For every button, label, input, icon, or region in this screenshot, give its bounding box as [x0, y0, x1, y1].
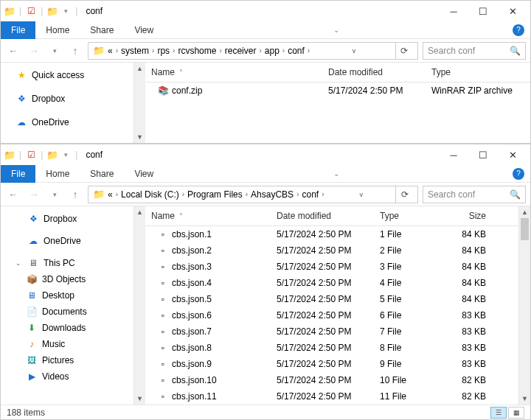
view-tab[interactable]: View [124, 22, 164, 38]
search-icon[interactable]: 🔍 [510, 46, 521, 56]
recent-dropdown[interactable]: ▾ [46, 43, 63, 59]
sidebar-item[interactable]: 🖥Desktop [1, 287, 133, 304]
sidebar-item[interactable]: 📦3D Objects [1, 271, 133, 287]
breadcrumb-seg[interactable]: app [265, 46, 280, 56]
file-row[interactable]: ▫cbs.json.2 5/17/2024 2:50 PM 2 File 84 … [145, 242, 518, 259]
search-box[interactable]: Search conf 🔍 [423, 186, 526, 203]
breadcrumb-seg[interactable]: conf [288, 46, 305, 56]
sidebar-item[interactable]: 🖼Pictures [1, 352, 133, 368]
properties-icon[interactable]: ☑ [25, 149, 37, 161]
file-row[interactable]: ▫cbs.json.7 5/17/2024 2:50 PM 7 File 83 … [145, 323, 518, 340]
scroll-up-icon[interactable]: ▲ [519, 206, 530, 218]
file-row[interactable]: ▫cbs.json.4 5/17/2024 2:50 PM 4 File 84 … [145, 275, 518, 291]
chevron-down-icon[interactable]: ⌄ [15, 259, 23, 267]
up-button[interactable]: ↑ [67, 43, 83, 59]
sidebar-quick-access[interactable]: ★Quick access [1, 67, 133, 83]
scroll-up-icon[interactable]: ▲ [134, 206, 145, 218]
refresh-button[interactable]: ⟳ [395, 186, 413, 203]
scroll-down-icon[interactable]: ▼ [519, 393, 530, 405]
sidebar-item[interactable]: ☁OneDrive [1, 233, 133, 249]
sidebar-scrollbar[interactable]: ▲ ▼ [133, 63, 145, 143]
sidebar-item[interactable]: ⌄🖥This PC [1, 255, 133, 271]
file-row[interactable]: 📚conf.zip 5/17/2024 2:50 PM WinRAR ZIP a… [145, 83, 530, 99]
sidebar-item[interactable]: ⬇Downloads [1, 320, 133, 336]
column-date[interactable]: Date modified [322, 67, 426, 77]
close-button[interactable]: ✕ [498, 144, 527, 165]
scroll-down-icon[interactable]: ▼ [134, 131, 145, 143]
help-button[interactable]: ? [513, 24, 524, 36]
view-tab[interactable]: View [124, 166, 164, 182]
search-icon[interactable]: 🔍 [510, 189, 521, 200]
forward-button[interactable]: → [26, 186, 42, 203]
column-type[interactable]: Type [374, 211, 433, 221]
file-row[interactable]: ▫cbs.json.11 5/17/2024 2:50 PM 11 File 8… [145, 388, 518, 405]
close-button[interactable]: ✕ [498, 1, 527, 21]
file-row[interactable]: ▫cbs.json.8 5/17/2024 2:50 PM 8 File 83 … [145, 340, 518, 356]
file-row[interactable]: ▫cbs.json.5 5/17/2024 2:50 PM 5 File 84 … [145, 291, 518, 307]
ribbon-expand-icon[interactable]: ⌄ [333, 169, 339, 178]
share-tab[interactable]: Share [80, 166, 124, 182]
search-box[interactable]: Search conf 🔍 [423, 42, 526, 60]
folder-icon[interactable]: 📁 [4, 149, 15, 161]
back-button[interactable]: ← [5, 43, 21, 59]
sidebar-item[interactable]: ❖Dropbox [1, 211, 133, 227]
titlebar[interactable]: 📁 | ☑ | 📁 ▾ | conf ─ ☐ ✕ [1, 144, 530, 165]
qat-dropdown-icon[interactable]: ▾ [60, 149, 72, 161]
share-tab[interactable]: Share [80, 22, 124, 38]
breadcrumb-overflow[interactable]: « [108, 189, 113, 200]
refresh-button[interactable]: ⟳ [395, 43, 413, 59]
file-tab[interactable]: File [1, 21, 35, 39]
up-button[interactable]: ↑ [67, 186, 83, 203]
details-view-button[interactable]: ☰ [490, 407, 507, 419]
address-dropdown-icon[interactable]: v [360, 191, 364, 198]
breadcrumb-seg[interactable]: rcvshome [178, 46, 216, 56]
breadcrumb-seg[interactable]: rps [157, 46, 170, 56]
file-row[interactable]: ▫cbs.json.9 5/17/2024 2:50 PM 9 File 83 … [145, 356, 518, 372]
sidebar-item[interactable]: 📄Documents [1, 304, 133, 320]
forward-button[interactable]: → [26, 43, 42, 59]
folder-icon[interactable]: 📁 [4, 5, 15, 17]
properties-icon[interactable]: ☑ [25, 5, 37, 17]
breadcrumb-overflow[interactable]: « [108, 46, 113, 56]
maximize-button[interactable]: ☐ [468, 1, 498, 21]
breadcrumb-seg[interactable]: receiver [225, 46, 257, 56]
icons-view-button[interactable]: ▦ [508, 407, 524, 419]
titlebar[interactable]: 📁 | ☑ | 📁 ▾ | conf ─ ☐ ✕ [1, 1, 530, 21]
sidebar-scrollbar[interactable]: ▲ ▼ [133, 206, 145, 405]
file-row[interactable]: ▫cbs.json.10 5/17/2024 2:50 PM 10 File 8… [145, 372, 518, 388]
address-bar[interactable]: 📁 « ›system ›rps ›rcvshome ›receiver ›ap… [88, 42, 418, 60]
sidebar-item[interactable]: ▶Videos [1, 368, 133, 385]
recent-dropdown[interactable]: ▾ [46, 186, 63, 203]
file-row[interactable]: ▫cbs.json.6 5/17/2024 2:50 PM 6 File 83 … [145, 307, 518, 323]
scroll-up-icon[interactable]: ▲ [134, 63, 145, 74]
scroll-down-icon[interactable]: ▼ [134, 393, 145, 405]
help-button[interactable]: ? [513, 168, 524, 180]
column-name[interactable]: Name [145, 211, 271, 221]
column-date[interactable]: Date modified [271, 211, 374, 221]
breadcrumb-seg[interactable]: Program Files [187, 189, 243, 200]
file-tab[interactable]: File [1, 165, 35, 183]
sidebar-dropbox[interactable]: ❖Dropbox [1, 91, 133, 107]
address-dropdown-icon[interactable]: v [353, 47, 356, 55]
breadcrumb-seg[interactable]: Local Disk (C:) [121, 189, 179, 200]
back-button[interactable]: ← [5, 186, 21, 203]
file-scrollbar[interactable]: ▲ ▼ [518, 206, 530, 405]
breadcrumb-seg[interactable]: conf [302, 189, 319, 200]
folder-icon[interactable]: 📁 [46, 5, 58, 17]
breadcrumb-seg[interactable]: AhsayCBS [251, 189, 294, 200]
address-bar[interactable]: 📁 « ›Local Disk (C:) ›Program Files ›Ahs… [88, 186, 418, 203]
sidebar-item[interactable]: ♪Music [1, 336, 133, 352]
home-tab[interactable]: Home [35, 22, 80, 38]
ribbon-expand-icon[interactable]: ⌄ [333, 26, 339, 34]
minimize-button[interactable]: ─ [439, 1, 468, 21]
column-size[interactable]: Size [433, 211, 492, 221]
minimize-button[interactable]: ─ [439, 144, 468, 165]
sidebar-onedrive[interactable]: ☁OneDrive [1, 114, 133, 130]
maximize-button[interactable]: ☐ [468, 144, 498, 165]
folder-icon[interactable]: 📁 [46, 149, 58, 161]
file-row[interactable]: ▫cbs.json.1 5/17/2024 2:50 PM 1 File 84 … [145, 226, 518, 242]
column-name[interactable]: Name [145, 67, 322, 77]
column-type[interactable]: Type [426, 67, 521, 77]
home-tab[interactable]: Home [35, 166, 80, 182]
qat-dropdown-icon[interactable]: ▾ [60, 5, 72, 17]
